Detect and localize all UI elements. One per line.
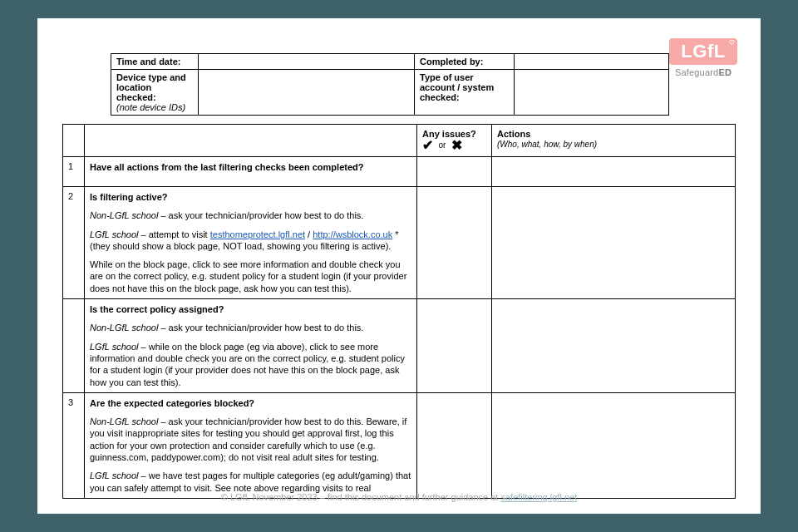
row-3-num: 3: [63, 392, 85, 498]
row-2b-question: Is the correct policy assigned? Non-LGfL…: [85, 299, 417, 393]
value-completed-by: [515, 54, 669, 70]
row-2a: 2 Is filtering active? Non-LGfL school –…: [63, 187, 736, 299]
page-footer: © LGfL November 2023 – find this documen…: [37, 492, 761, 502]
row-2a-question: Is filtering active? Non-LGfL school – a…: [85, 187, 417, 299]
header-blank-num: [63, 125, 85, 157]
row-1: 1 Have all actions from the last filteri…: [63, 157, 736, 187]
label-completed-by: Completed by:: [415, 54, 515, 70]
row-2b: Is the correct policy assigned? Non-LGfL…: [63, 299, 736, 393]
header-blank-q: [85, 125, 417, 157]
heart-icon: ♡: [729, 39, 736, 47]
header-issues: Any issues? ✔ or ✖: [417, 125, 492, 157]
logo-subtitle: SafeguardED: [669, 67, 737, 77]
check-icon: ✔: [422, 138, 433, 152]
link-wsblock[interactable]: http://wsblock.co.uk: [313, 229, 392, 239]
row-2b-num: [63, 299, 85, 393]
footer-link[interactable]: safefiltering.lgfl.net: [500, 492, 577, 502]
row-2a-num: 2: [63, 187, 85, 299]
label-account-type: Type of user account / system checked:: [415, 70, 515, 116]
row-1-num: 1: [63, 157, 85, 187]
row-2a-actions: [492, 187, 736, 299]
brand-logo: LGfL ♡ SafeguardED: [669, 38, 737, 77]
header-row: Any issues? ✔ or ✖ Actions (Who, what, h…: [63, 125, 736, 157]
header-actions: Actions (Who, what, how, by when): [492, 125, 736, 157]
cross-icon: ✖: [451, 138, 462, 152]
row-3-issues: [417, 392, 492, 498]
row-1-actions: [492, 157, 736, 187]
meta-row-1: Time and date: Completed by:: [111, 54, 669, 70]
metadata-table: Time and date: Completed by: Device type…: [111, 53, 669, 116]
issues-icons: ✔ or ✖: [422, 138, 462, 152]
row-2a-issues: [417, 187, 492, 299]
logo-text: LGfL: [681, 41, 725, 62]
row-3-actions: [492, 392, 736, 498]
row-3-question: Are the expected categories blocked? Non…: [85, 392, 417, 498]
label-device-type: Device type and location checked: (note …: [111, 70, 199, 116]
row-2b-issues: [417, 299, 492, 393]
label-time-date: Time and date:: [111, 54, 199, 70]
value-time-date: [199, 54, 415, 70]
logo-mark: LGfL ♡: [669, 38, 737, 65]
meta-row-2: Device type and location checked: (note …: [111, 70, 669, 116]
value-device-type: [199, 70, 415, 116]
link-testhomeprotect[interactable]: testhomeprotect.lgfl.net: [210, 229, 305, 239]
row-3: 3 Are the expected categories blocked? N…: [63, 392, 736, 498]
value-account-type: [515, 70, 669, 116]
row-1-question: Have all actions from the last filtering…: [85, 157, 417, 187]
row-2b-actions: [492, 299, 736, 393]
row-1-issues: [417, 157, 492, 187]
checklist-table: Any issues? ✔ or ✖ Actions (Who, what, h…: [62, 124, 736, 499]
document-page: LGfL ♡ SafeguardED Time and date: Comple…: [37, 18, 761, 514]
